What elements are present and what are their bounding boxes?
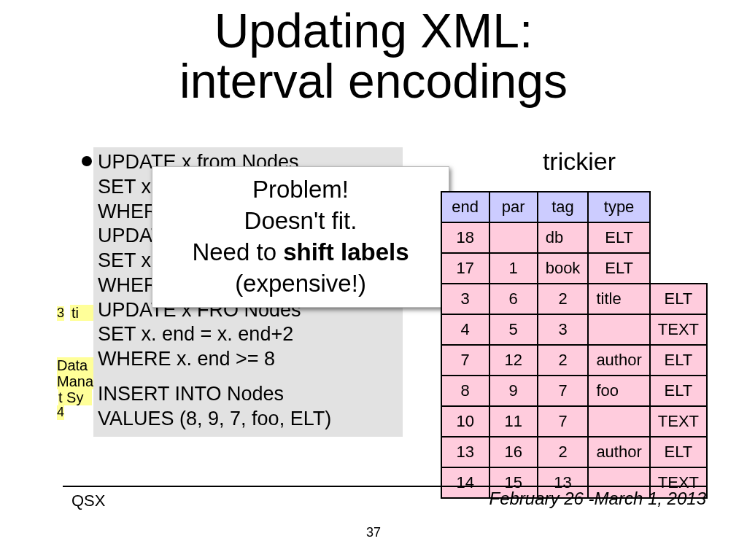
cell: author: [588, 345, 649, 376]
cell: 1: [489, 253, 538, 284]
cell: 10: [441, 406, 489, 437]
table-row: 13 16 2 author ELT: [441, 437, 707, 467]
sql-line: WHERE x. end >= 8: [98, 347, 397, 372]
cell: [489, 222, 538, 253]
trickier-text: trickier: [543, 147, 616, 176]
footer-right: February 26 -March 1, 2013: [489, 489, 706, 509]
cell: TEXT: [650, 406, 707, 437]
cell: 17: [441, 253, 489, 284]
cell: 18: [441, 222, 489, 253]
table-row: 7 12 2 author ELT: [441, 345, 707, 376]
cell: ELT: [650, 437, 707, 467]
cell: 5: [489, 314, 538, 345]
sql-line: INSERT INTO Nodes: [98, 382, 397, 407]
fragment-3: 3: [57, 306, 64, 321]
cell: db: [538, 222, 589, 253]
cell: 13: [441, 437, 489, 467]
cell: 4: [441, 314, 489, 345]
cell: 9: [489, 376, 538, 406]
cell: foo: [588, 376, 649, 406]
nodes-table: end par tag type 18 db ELT 17 1 book ELT…: [441, 191, 708, 499]
fragment-data: Data: [57, 357, 95, 373]
cell: 7: [538, 376, 589, 406]
cell: ELT: [650, 376, 707, 406]
table-row: 18 db ELT: [441, 222, 707, 253]
fragment-4: 4: [57, 405, 64, 420]
sql-spacer: [98, 372, 397, 382]
cell: ELT: [588, 253, 649, 284]
cell: 8: [441, 376, 489, 406]
cell: ELT: [588, 222, 649, 253]
cell: 7: [441, 345, 489, 376]
cell: 12: [489, 345, 538, 376]
callout-line: Problem!: [158, 174, 443, 206]
cell: TEXT: [650, 314, 707, 345]
table-row: 4 5 3 TEXT: [441, 314, 707, 345]
table-row: 3 6 2 title ELT: [441, 284, 707, 314]
cell: book: [538, 253, 589, 284]
cell: title: [588, 284, 649, 314]
bullet-dot: [82, 156, 92, 166]
cell: 14: [441, 467, 489, 498]
table-row: 10 11 7 TEXT: [441, 406, 707, 437]
cell: 2: [538, 345, 589, 376]
title-line-1: Updating XML:: [214, 4, 533, 58]
callout-part: Need to: [192, 238, 283, 265]
sql-line: VALUES (8, 9, 7, foo, ELT): [98, 407, 397, 432]
col-tag: tag: [538, 192, 589, 222]
page-number: 37: [0, 525, 747, 540]
cell: ELT: [650, 284, 707, 314]
cell: ELT: [650, 345, 707, 376]
col-par: par: [489, 192, 538, 222]
problem-callout: Problem! Doesn't fit. Need to shift labe…: [152, 166, 449, 308]
cell: 2: [538, 437, 589, 467]
table-row: 8 9 7 foo ELT: [441, 376, 707, 406]
cell: [588, 314, 649, 345]
cell: 7: [538, 406, 589, 437]
callout-bold: shift labels: [283, 238, 409, 265]
callout-line: Doesn't fit.: [158, 206, 443, 237]
slide-title: Updating XML: interval encodings: [0, 0, 747, 107]
cell: 6: [489, 284, 538, 314]
sql-line: SET x. end = x. end+2: [98, 322, 397, 347]
cell: 11: [489, 406, 538, 437]
footer-left: QSX: [71, 491, 105, 510]
cell: 3: [538, 314, 589, 345]
fragment-tsy: t Sy: [58, 389, 92, 405]
col-type: type: [588, 192, 649, 222]
footer-divider: [63, 486, 706, 487]
title-line-2: interval encodings: [179, 54, 568, 108]
nodes-table-wrap: end par tag type 18 db ELT 17 1 book ELT…: [441, 191, 708, 499]
table-row: 17 1 book ELT: [441, 253, 707, 284]
table-header-row: end par tag type: [441, 192, 707, 222]
callout-line: (expensive!): [158, 268, 443, 300]
callout-line: Need to shift labels: [158, 237, 443, 268]
fragment-mana: Mana: [57, 373, 96, 389]
cell: 16: [489, 437, 538, 467]
cell: 2: [538, 284, 589, 314]
cell: [588, 406, 649, 437]
cell: 3: [441, 284, 489, 314]
cell: author: [588, 437, 649, 467]
col-end: end: [441, 192, 489, 222]
